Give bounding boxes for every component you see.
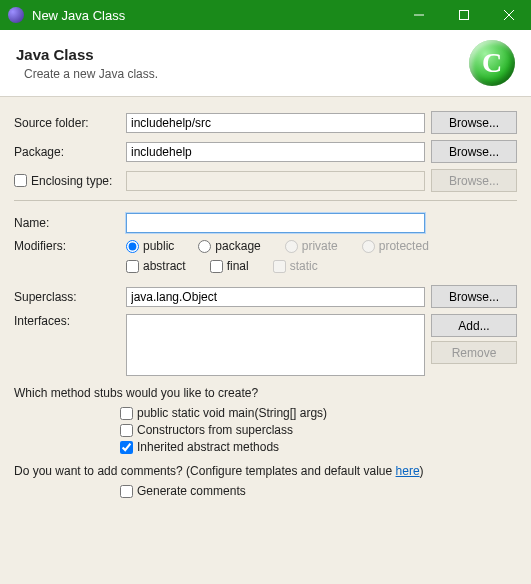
close-button[interactable] bbox=[486, 0, 531, 30]
dialog-header: Java Class Create a new Java class. C bbox=[0, 30, 531, 97]
titlebar: New Java Class bbox=[0, 0, 531, 30]
superclass-input[interactable] bbox=[126, 287, 425, 307]
generate-comments[interactable]: Generate comments bbox=[120, 484, 517, 498]
interfaces-label: Interfaces: bbox=[14, 314, 120, 328]
source-folder-input[interactable] bbox=[126, 113, 425, 133]
configure-templates-link[interactable]: here bbox=[396, 464, 420, 478]
enclosing-type-label: Enclosing type: bbox=[31, 174, 112, 188]
name-input[interactable] bbox=[126, 213, 425, 233]
modifier-static: static bbox=[273, 259, 318, 273]
add-interface-button[interactable]: Add... bbox=[431, 314, 517, 337]
browse-package-button[interactable]: Browse... bbox=[431, 140, 517, 163]
enclosing-type-checkbox[interactable] bbox=[14, 174, 27, 187]
source-folder-label: Source folder: bbox=[14, 116, 120, 130]
remove-interface-button: Remove bbox=[431, 341, 517, 364]
modifier-package[interactable]: package bbox=[198, 239, 260, 253]
modifier-public[interactable]: public bbox=[126, 239, 174, 253]
method-stubs-question: Which method stubs would you like to cre… bbox=[14, 386, 517, 400]
browse-source-folder-button[interactable]: Browse... bbox=[431, 111, 517, 134]
eclipse-icon bbox=[8, 7, 24, 23]
comments-question: Do you want to add comments? (Configure … bbox=[14, 464, 517, 478]
modifier-protected: protected bbox=[362, 239, 429, 253]
minimize-button[interactable] bbox=[396, 0, 441, 30]
enclosing-type-input bbox=[126, 171, 425, 191]
package-label: Package: bbox=[14, 145, 120, 159]
interfaces-list[interactable] bbox=[126, 314, 425, 376]
page-title: Java Class bbox=[16, 46, 158, 63]
svg-rect-1 bbox=[459, 11, 468, 20]
stub-inherited[interactable]: Inherited abstract methods bbox=[120, 440, 517, 454]
maximize-button[interactable] bbox=[441, 0, 486, 30]
separator bbox=[14, 200, 517, 201]
modifier-private: private bbox=[285, 239, 338, 253]
modifiers-label: Modifiers: bbox=[14, 239, 120, 253]
stub-constructors[interactable]: Constructors from superclass bbox=[120, 423, 517, 437]
window-title: New Java Class bbox=[32, 8, 396, 23]
page-description: Create a new Java class. bbox=[16, 67, 158, 81]
superclass-label: Superclass: bbox=[14, 290, 120, 304]
modifier-final[interactable]: final bbox=[210, 259, 249, 273]
browse-enclosing-type-button: Browse... bbox=[431, 169, 517, 192]
browse-superclass-button[interactable]: Browse... bbox=[431, 285, 517, 308]
modifier-abstract[interactable]: abstract bbox=[126, 259, 186, 273]
class-icon: C bbox=[469, 40, 515, 86]
stub-main[interactable]: public static void main(String[] args) bbox=[120, 406, 517, 420]
name-label: Name: bbox=[14, 216, 120, 230]
package-input[interactable] bbox=[126, 142, 425, 162]
